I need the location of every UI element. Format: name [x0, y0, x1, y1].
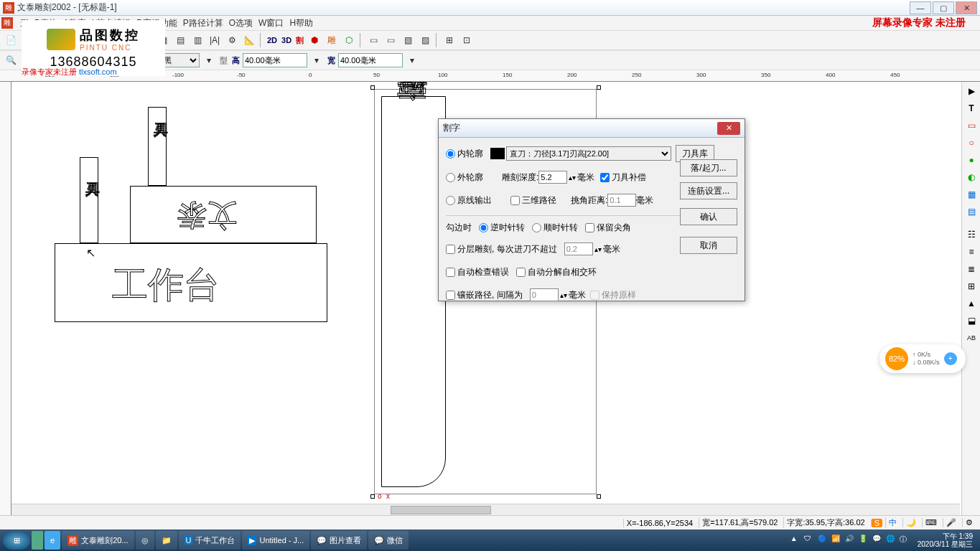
inlay-spinner[interactable]: ▴▾ — [560, 291, 567, 299]
layer-input[interactable] — [564, 242, 593, 255]
btn-2d[interactable]: 2D — [266, 36, 279, 44]
handle-tr[interactable] — [597, 85, 601, 90]
rtool-select[interactable]: ▶ — [963, 83, 979, 99]
tray-f[interactable]: 🌐 — [886, 534, 897, 546]
tb-green1[interactable]: ⬡ — [341, 32, 357, 48]
tool-select[interactable]: 直刀：刀径[3.17]刃高[22.00] — [506, 146, 671, 161]
dialog-close-button[interactable]: ✕ — [717, 122, 740, 135]
menu-help[interactable]: H帮助 — [286, 16, 316, 31]
rtool-rect[interactable]: ▭ — [963, 118, 979, 133]
tray-e[interactable]: 💬 — [872, 534, 884, 546]
tb-misc3[interactable]: ▧ — [400, 32, 416, 48]
handle-bl[interactable] — [370, 494, 375, 499]
w-dd[interactable]: ▾ — [404, 52, 420, 68]
taskbar-qianniu[interactable]: U千牛工作台 — [179, 531, 241, 550]
rtool-d[interactable]: ▤ — [963, 204, 979, 220]
zoom-button[interactable]: 🔍 — [3, 52, 19, 68]
close-button[interactable]: ✕ — [956, 1, 977, 14]
ime-moon-icon[interactable]: 🌙 — [902, 518, 919, 527]
check-tool-comp[interactable]: 刀具补偿 — [600, 171, 646, 184]
ime-gear-icon[interactable]: ⚙ — [962, 518, 976, 527]
handle-br[interactable] — [597, 494, 601, 499]
rtool-a[interactable]: ● — [963, 152, 979, 168]
rtool-f[interactable]: ≡ — [963, 244, 979, 260]
depth-spinner[interactable]: ▴▾ — [569, 174, 576, 182]
taskbar-app-1[interactable] — [32, 531, 43, 550]
ime-keyboard-icon[interactable]: ⌨ — [922, 518, 940, 527]
menu-path[interactable]: P路径计算 — [180, 16, 226, 31]
layer-spinner[interactable]: ▴▾ — [594, 245, 602, 253]
tb-carve-icon[interactable]: 雕 — [324, 32, 340, 48]
rtool-j[interactable]: ⬓ — [963, 313, 979, 329]
rtool-circle[interactable]: ○ — [963, 135, 979, 151]
start-button[interactable]: ⊞ — [3, 531, 30, 550]
radio-outer-contour[interactable]: 外轮廓 — [446, 171, 483, 184]
taskbar-wechat[interactable]: 💬微信 — [368, 531, 409, 550]
rtool-k[interactable]: AB — [963, 330, 979, 346]
rtool-h[interactable]: ⊞ — [963, 278, 979, 294]
inlay-input[interactable] — [530, 288, 559, 301]
tb-misc6[interactable]: ⊡ — [459, 32, 475, 48]
tb-red1[interactable]: ⬢ — [307, 32, 322, 48]
ok-button[interactable]: 确认 — [680, 208, 737, 225]
ime-mic-icon[interactable]: 🎤 — [943, 518, 959, 527]
tb-misc2[interactable]: ▭ — [383, 32, 398, 48]
tray-shield-icon[interactable]: 🛡 — [804, 534, 816, 546]
scrollbar-horizontal[interactable] — [11, 504, 960, 515]
tb-btn-b[interactable]: ▤ — [172, 32, 188, 48]
rtool-i[interactable]: ▲ — [963, 296, 979, 311]
taskbar-imageview[interactable]: 💬图片查看 — [311, 531, 367, 550]
rtool-c[interactable]: ▦ — [963, 187, 979, 202]
rtool-text[interactable]: T — [963, 100, 979, 116]
menu-options[interactable]: O选项 — [226, 16, 256, 31]
check-keep-sharp[interactable]: 保留尖角 — [585, 222, 631, 234]
tb-btn-d[interactable]: |A| — [207, 32, 223, 48]
tray-g[interactable]: ⓘ — [900, 534, 911, 546]
taskbar-app-2[interactable]: e — [45, 531, 60, 550]
weight-dd[interactable]: ▾ — [201, 52, 217, 68]
dialog-title-bar[interactable]: 割字 ✕ — [439, 119, 745, 138]
taskbar-wentai[interactable]: 雕文泰雕刻20... — [62, 531, 134, 550]
check-auto-check[interactable]: 自动检查错误 — [446, 266, 509, 278]
rtool-e[interactable]: ☷ — [963, 227, 979, 242]
tb-misc4[interactable]: ▨ — [417, 32, 433, 48]
check-3d-path[interactable]: 三维路径 — [510, 194, 556, 207]
cancel-button[interactable]: 取消 — [680, 237, 737, 254]
taskbar-app-5[interactable]: 📁 — [156, 531, 177, 550]
tb-btn-c[interactable]: ▥ — [190, 32, 205, 48]
drop-lift-button[interactable]: 落/起刀... — [680, 159, 737, 176]
tb-misc5[interactable]: ⊞ — [442, 32, 457, 48]
corner-input[interactable] — [607, 194, 636, 207]
rtool-b[interactable]: ◐ — [963, 169, 979, 185]
tray-c[interactable]: 🔊 — [845, 534, 857, 546]
check-inlay[interactable]: 镶嵌路径, 间隔为 — [446, 289, 523, 301]
width-input[interactable] — [338, 53, 403, 67]
rtool-g[interactable]: ≣ — [963, 261, 979, 277]
tray-a[interactable]: 🔵 — [818, 534, 829, 546]
tray-b[interactable]: 📶 — [831, 534, 843, 546]
tray-icon[interactable]: ▲ — [790, 534, 802, 546]
radio-ccw[interactable]: 逆时针转 — [479, 222, 525, 234]
check-auto-split[interactable]: 自动分解自相交环 — [516, 266, 597, 278]
minimize-button[interactable]: — — [910, 1, 931, 14]
taskbar-app-4[interactable]: ◎ — [136, 531, 154, 550]
new-button[interactable]: 📄 — [3, 32, 19, 48]
radio-raw-output[interactable]: 原线输出 — [446, 194, 492, 207]
tray-d[interactable]: 🔋 — [859, 534, 870, 546]
scroll-thumb[interactable] — [391, 506, 491, 514]
chain-settings-button[interactable]: 连筋设置... — [680, 182, 737, 199]
ime-s-icon[interactable]: S — [871, 519, 882, 527]
ime-zhong[interactable]: 中 — [885, 517, 900, 528]
tb-misc1[interactable]: ▭ — [365, 32, 381, 48]
radio-inner-contour[interactable]: 内轮廓 — [446, 148, 483, 160]
tb-btn-f[interactable]: 📐 — [241, 32, 257, 48]
taskbar-untitled[interactable]: ▶Untitled - J... — [242, 531, 309, 550]
maximize-button[interactable]: ▢ — [933, 1, 954, 14]
btn-cut[interactable]: 割 — [294, 35, 305, 46]
btn-3d[interactable]: 3D — [280, 36, 293, 44]
depth-input[interactable] — [538, 171, 567, 184]
menu-window[interactable]: W窗口 — [256, 16, 286, 31]
check-layer[interactable]: 分层雕刻, 每次进刀不超过 — [446, 243, 557, 255]
tray-clock[interactable]: 下午 1:39 2020/3/11 星期三 — [913, 532, 977, 548]
tb-btn-e[interactable]: ⚙ — [224, 32, 240, 48]
